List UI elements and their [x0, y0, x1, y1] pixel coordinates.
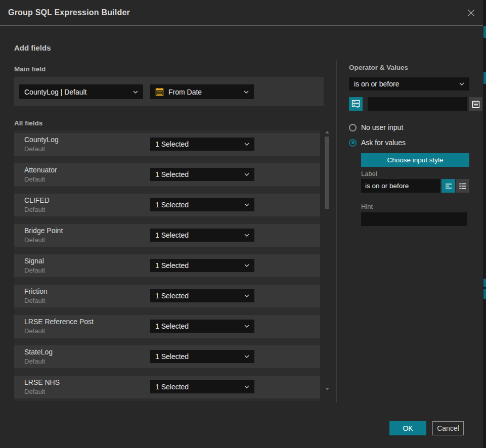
- radio-label: No user input: [361, 123, 403, 131]
- field-selected-dropdown[interactable]: 1 Selected: [150, 350, 254, 363]
- ok-button[interactable]: OK: [389, 421, 426, 435]
- chevron-down-icon: [244, 355, 249, 358]
- fields-list-scrollbar[interactable]: [324, 129, 330, 392]
- chevron-down-icon: [244, 264, 249, 267]
- selected-count: 1 Selected: [155, 352, 241, 361]
- chevron-down-icon: [133, 91, 138, 94]
- field-row-statelog: StateLog Default 1 Selected: [14, 345, 320, 368]
- align-left-icon[interactable]: [441, 179, 455, 193]
- field-selected-dropdown[interactable]: 1 Selected: [150, 168, 254, 181]
- field-row-friction: Friction Default 1 Selected: [14, 285, 320, 307]
- field-subtitle: Default: [24, 206, 45, 213]
- field-selected-dropdown[interactable]: 1 Selected: [150, 229, 254, 242]
- chevron-down-icon: [244, 234, 249, 237]
- chevron-down-icon: [244, 203, 249, 206]
- field-selected-dropdown[interactable]: 1 Selected: [150, 289, 254, 302]
- field-subtitle: Default: [24, 175, 45, 183]
- cancel-button[interactable]: Cancel: [432, 421, 464, 435]
- radio-label: Ask for values: [361, 139, 406, 147]
- selected-count: 1 Selected: [155, 231, 241, 239]
- operator-select-value: is on or before: [354, 80, 456, 88]
- choose-input-style-button[interactable]: Choose input style: [361, 153, 469, 167]
- selected-count: 1 Selected: [155, 170, 241, 178]
- field-row-lrse-reference-post: LRSE Reference Post Default 1 Selected: [14, 315, 320, 338]
- field-subtitle: Default: [24, 236, 45, 244]
- field-selected-dropdown[interactable]: 1 Selected: [150, 380, 254, 393]
- radio-unchecked-icon: [349, 124, 357, 131]
- chevron-down-icon: [244, 143, 249, 146]
- calendar-icon[interactable]: [469, 97, 482, 111]
- field-row-signal: Signal Default 1 Selected: [14, 254, 320, 277]
- field-row-bridge-point: Bridge Point Default 1 Selected: [14, 224, 320, 247]
- field-name: Signal: [24, 257, 44, 265]
- chevron-down-icon: [244, 294, 249, 297]
- underlying-highlight: [483, 26, 486, 38]
- field-name: LRSE Reference Post: [24, 318, 94, 326]
- field-subtitle: Default: [24, 357, 45, 365]
- field-row-attenuator: Attenuator Default 1 Selected: [14, 163, 320, 186]
- selected-count: 1 Selected: [155, 201, 241, 209]
- underlying-highlight: [483, 279, 486, 287]
- main-date-field-select[interactable]: From Date: [150, 84, 254, 99]
- field-row-clifed: CLIFED Default 1 Selected: [14, 194, 320, 216]
- main-field-label: Main field: [14, 65, 46, 73]
- label-input[interactable]: [361, 179, 440, 193]
- selected-count: 1 Selected: [155, 383, 241, 391]
- label-caption: Label: [361, 170, 377, 177]
- operator-select[interactable]: is on or before: [349, 77, 469, 91]
- group-sql-expression-builder-dialog: Group SQL Expression Builder Add fields …: [0, 0, 483, 448]
- field-row-countylog: CountyLog Default 1 Selected: [14, 133, 320, 156]
- label-input-row: [361, 179, 469, 193]
- field-selected-dropdown[interactable]: 1 Selected: [150, 320, 254, 333]
- field-name: CLIFED: [24, 196, 50, 204]
- field-subtitle: Default: [24, 145, 45, 153]
- date-value-input[interactable]: [368, 97, 467, 111]
- main-layer-select-value: CountyLog | Default: [24, 88, 130, 96]
- hint-input[interactable]: [361, 212, 467, 226]
- stacked-values-icon[interactable]: [349, 97, 363, 111]
- field-subtitle: Default: [24, 266, 45, 274]
- field-selected-dropdown[interactable]: 1 Selected: [150, 138, 254, 151]
- field-subtitle: Default: [24, 297, 45, 304]
- underlying-highlight: [483, 72, 486, 84]
- selected-count: 1 Selected: [155, 261, 241, 270]
- field-selected-dropdown[interactable]: 1 Selected: [150, 259, 254, 272]
- radio-no-user-input[interactable]: No user input: [349, 123, 403, 131]
- operator-values-heading: Operator & Values: [349, 64, 408, 71]
- all-fields-label: All fields: [14, 119, 42, 127]
- field-selected-dropdown[interactable]: 1 Selected: [150, 198, 254, 211]
- calendar-icon: [155, 87, 164, 96]
- selected-count: 1 Selected: [155, 322, 241, 330]
- all-fields-list: CountyLog Default 1 Selected Attenuator …: [14, 130, 320, 401]
- chevron-down-icon: [244, 385, 249, 388]
- main-layer-select[interactable]: CountyLog | Default: [19, 84, 143, 99]
- underlying-page-strip: [483, 0, 486, 448]
- field-name: Friction: [24, 287, 48, 295]
- main-date-field-value: From Date: [168, 88, 241, 96]
- hint-caption: Hint: [361, 203, 373, 210]
- main-field-panel: CountyLog | Default From Date: [14, 77, 324, 106]
- field-subtitle: Default: [24, 388, 45, 395]
- scrollbar-thumb[interactable]: [325, 137, 329, 209]
- close-icon[interactable]: [465, 7, 477, 19]
- field-name: CountyLog: [24, 136, 59, 144]
- bullet-list-icon[interactable]: [456, 179, 469, 193]
- selected-count: 1 Selected: [155, 292, 241, 300]
- radio-ask-for-values[interactable]: Ask for values: [349, 139, 406, 147]
- field-name: LRSE NHS: [24, 378, 60, 386]
- panel-divider: [336, 60, 337, 402]
- radio-checked-icon: [349, 139, 357, 147]
- chevron-down-icon: [244, 325, 249, 328]
- selected-count: 1 Selected: [155, 140, 241, 148]
- dialog-header: Group SQL Expression Builder: [0, 0, 483, 26]
- scroll-up-icon[interactable]: [325, 131, 329, 133]
- field-subtitle: Default: [24, 327, 45, 335]
- chevron-down-icon: [459, 82, 464, 85]
- chevron-down-icon: [244, 173, 249, 176]
- value-input-row: [349, 97, 469, 111]
- field-row-lrse-nhs: LRSE NHS Default 1 Selected: [14, 376, 320, 398]
- scroll-down-icon[interactable]: [325, 388, 329, 390]
- field-name: Bridge Point: [24, 227, 63, 235]
- chevron-down-icon: [244, 91, 249, 94]
- field-name: StateLog: [24, 348, 53, 356]
